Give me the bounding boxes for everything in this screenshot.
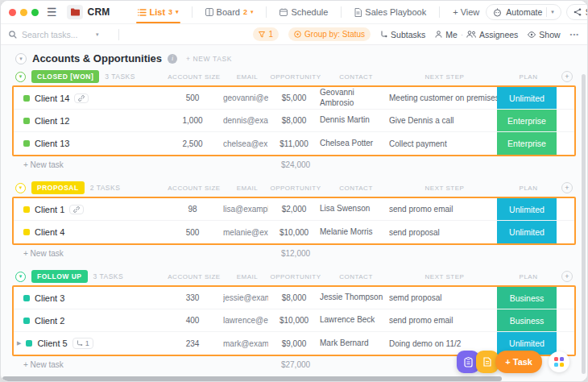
next-step-value[interactable]: send promo email — [389, 316, 497, 325]
task-row[interactable]: Client 12 1,000 dennis@exa $8,000 Dennis… — [14, 110, 574, 132]
search-box[interactable]: ▾ — [9, 30, 112, 39]
show-toggle[interactable]: Show — [528, 30, 560, 39]
tab-schedule[interactable]: Schedule — [273, 1, 334, 23]
collapse-group-icon[interactable]: ▾ — [15, 272, 26, 282]
subtask-count-chip[interactable]: 1 — [72, 338, 93, 349]
column-header-email[interactable]: EMAIL — [225, 73, 270, 81]
next-step-value[interactable]: Collect payment — [389, 139, 497, 148]
column-header-next-step[interactable]: NEXT STEP — [391, 73, 499, 81]
status-badge[interactable]: CLOSED [WON] — [31, 70, 99, 83]
contact-value[interactable]: Mark Bernard — [320, 338, 389, 349]
plan-badge[interactable]: Business — [497, 309, 557, 331]
contact-value[interactable]: Lisa Swenson — [320, 204, 389, 214]
horizontal-scrollbar[interactable] — [2, 376, 502, 381]
collapse-group-icon[interactable]: ▾ — [15, 72, 26, 82]
status-square-icon[interactable] — [23, 95, 30, 102]
status-badge[interactable]: PROPOSAL — [31, 181, 85, 194]
apps-launcher-button[interactable] — [549, 351, 569, 372]
task-name[interactable]: Client 13 — [35, 139, 69, 148]
next-step-value[interactable]: send promo email — [389, 205, 497, 214]
hamburger-menu-icon[interactable]: ☰ — [47, 6, 57, 18]
task-name[interactable]: Client 14 — [35, 93, 69, 103]
next-step-value[interactable]: Meeting customer on premises — [389, 93, 497, 102]
new-task-row-button[interactable]: + New task — [12, 360, 164, 369]
status-square-icon[interactable] — [23, 206, 30, 213]
tab-board[interactable]: Board 2 ▾ — [199, 1, 260, 23]
next-step-value[interactable]: Doing demo on 11/2 — [389, 339, 497, 348]
column-header-next-step[interactable]: NEXT STEP — [391, 273, 499, 280]
account-size-value[interactable]: 2,500 — [162, 139, 223, 148]
next-step-value[interactable]: semd proposal — [389, 293, 497, 302]
column-header-contact[interactable]: CONTACT — [321, 185, 391, 192]
column-header-plan[interactable]: PLAN — [499, 185, 558, 192]
contact-value[interactable]: Lawrence Beck — [320, 315, 389, 326]
opportunity-value[interactable]: $9,000 — [268, 339, 320, 348]
link-icon[interactable] — [69, 205, 84, 214]
email-value[interactable]: dennis@exa — [223, 116, 268, 125]
task-row[interactable]: Client 13 2,500 chelsea@ex $11,000 Chels… — [14, 132, 574, 155]
column-header-account-size[interactable]: ACCOUNT SIZE — [164, 273, 225, 280]
expand-subtasks-icon[interactable]: ▶ — [17, 340, 21, 347]
opportunity-value[interactable]: $2,000 — [268, 205, 320, 214]
add-task-button[interactable]: + Task — [495, 351, 542, 373]
subtasks-toggle[interactable]: Subtasks — [380, 30, 425, 39]
task-row[interactable]: Client 3 330 jessie@exam $8,000 Jessie T… — [14, 287, 574, 309]
share-button[interactable]: Share — [566, 4, 588, 20]
email-value[interactable]: lawrence@e — [223, 316, 268, 325]
contact-value[interactable]: Melanie Morris — [320, 227, 389, 238]
next-step-value[interactable]: send proposal — [389, 228, 497, 237]
opportunity-value[interactable]: $11,000 — [268, 139, 320, 148]
column-header-opportunity[interactable]: OPPORTUNITY — [270, 73, 321, 81]
tab-list[interactable]: List 3 ▾ — [131, 1, 185, 23]
status-square-icon[interactable] — [23, 318, 30, 324]
add-column-icon[interactable]: + — [561, 182, 573, 193]
opportunity-value[interactable]: $10,000 — [268, 316, 320, 325]
new-task-row-button[interactable]: + New task — [12, 160, 164, 169]
plan-badge[interactable]: Unlimited — [497, 221, 557, 243]
opportunity-value[interactable]: $5,000 — [268, 93, 320, 102]
task-row[interactable]: Client 14 500 geovanni@e $5,000 Geovanni… — [14, 87, 574, 110]
column-header-plan[interactable]: PLAN — [499, 273, 558, 280]
contact-value[interactable]: Jessie Thompson — [320, 293, 389, 303]
info-icon[interactable]: i — [168, 54, 177, 64]
task-row[interactable]: Client 4 500 melanie@ex $10,000 Melanie … — [14, 221, 574, 243]
column-header-opportunity[interactable]: OPPORTUNITY — [270, 185, 321, 192]
automate-button[interactable]: Automate ▾ — [486, 4, 561, 20]
column-header-contact[interactable]: CONTACT — [321, 73, 391, 81]
email-value[interactable]: lisa@exampl — [223, 205, 268, 214]
column-header-next-step[interactable]: NEXT STEP — [391, 185, 499, 192]
task-name[interactable]: Client 1 — [35, 205, 64, 214]
search-input[interactable] — [22, 30, 91, 39]
status-square-icon[interactable] — [23, 295, 30, 301]
collapse-section-icon[interactable]: ▾ — [15, 53, 27, 64]
plan-badge[interactable]: Enterprise — [497, 110, 557, 131]
link-icon[interactable] — [74, 93, 89, 103]
email-value[interactable]: jessie@exam — [223, 293, 268, 302]
task-row[interactable]: Client 2 400 lawrence@e $10,000 Lawrence… — [14, 309, 574, 332]
contact-value[interactable]: Dennis Martin — [320, 115, 389, 126]
column-header-account-size[interactable]: ACCOUNT SIZE — [164, 185, 225, 192]
contact-value[interactable]: Geovanni Ambrosio — [320, 88, 389, 108]
status-square-icon[interactable] — [23, 229, 30, 235]
close-window-button[interactable] — [9, 9, 16, 16]
add-column-icon[interactable]: + — [561, 71, 573, 82]
column-header-opportunity[interactable]: OPPORTUNITY — [270, 273, 321, 280]
account-size-value[interactable]: 1,000 — [162, 116, 223, 125]
task-row[interactable]: Client 1 98 lisa@exampl $2,000 Lisa Swen… — [14, 198, 574, 221]
column-header-contact[interactable]: CONTACT — [321, 273, 391, 280]
status-square-icon[interactable] — [23, 118, 30, 124]
plan-badge[interactable]: Business — [497, 287, 557, 309]
collapse-group-icon[interactable]: ▾ — [15, 183, 26, 193]
status-badge[interactable]: FOLLOW UP — [31, 270, 88, 283]
task-name[interactable]: Client 12 — [35, 116, 69, 126]
tab-sales-playbook[interactable]: Sales Playbook — [348, 1, 433, 23]
vertical-scrollbar[interactable] — [582, 74, 586, 374]
status-square-icon[interactable] — [26, 340, 32, 347]
account-size-value[interactable]: 400 — [162, 316, 223, 325]
email-value[interactable]: mark@exam — [223, 339, 268, 348]
account-size-value[interactable]: 234 — [162, 339, 223, 348]
column-header-email[interactable]: EMAIL — [225, 185, 270, 192]
contact-value[interactable]: Chelsea Potter — [320, 139, 389, 149]
column-header-email[interactable]: EMAIL — [225, 273, 270, 280]
next-step-value[interactable]: Give Dennis a call — [389, 116, 497, 125]
